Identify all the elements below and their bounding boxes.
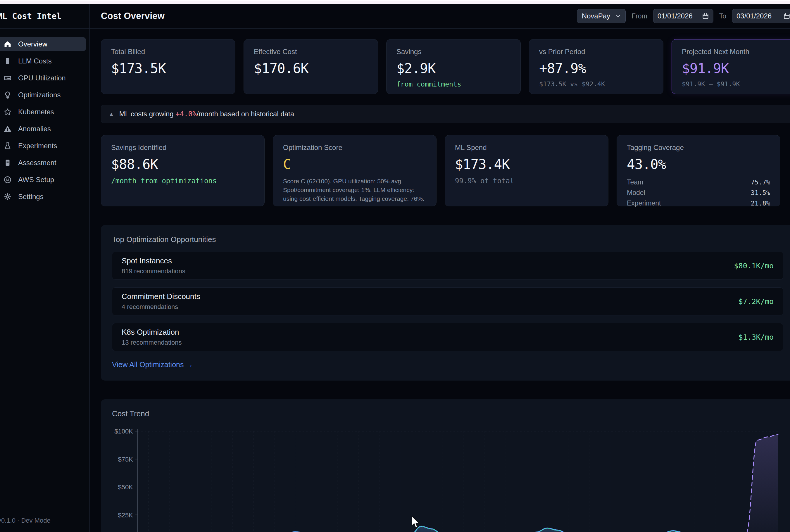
view-all-optimizations-link[interactable]: View All Optimizations →	[112, 360, 193, 369]
page-header: Cost Overview NovaPay From 01/01/2026 To…	[90, 4, 790, 28]
stats-row: Total Billed $173.5K Effective Cost $170…	[101, 39, 790, 94]
from-date-input[interactable]: 01/01/2026	[653, 9, 713, 23]
stat-subtext: $91.9K – $91.9K	[682, 80, 790, 88]
card-label: Savings Identified	[111, 144, 255, 152]
tagging-row-experiment: Experiment 21.8%	[627, 198, 770, 208]
home-icon	[3, 40, 12, 48]
stat-card-vs-prior-period: vs Prior Period +87.9% $173.5K vs $92.4K	[529, 39, 663, 94]
stat-card-effective-cost: Effective Cost $170.6K	[244, 39, 378, 94]
lightbulb-icon	[3, 91, 12, 99]
app-window: ML Cost Intel Overview LLM Costs GPU Uti…	[0, 4, 790, 532]
tagging-row-team: Team 75.7%	[627, 177, 770, 187]
sidebar-item-aws-setup[interactable]: AWS Setup	[0, 173, 86, 187]
main-area: Cost Overview NovaPay From 01/01/2026 To…	[90, 4, 790, 532]
sidebar-item-settings[interactable]: Settings	[0, 190, 86, 204]
sidebar-item-label: Overview	[18, 40, 48, 48]
stat-label: Savings	[396, 48, 510, 56]
stat-label: Total Billed	[111, 48, 225, 56]
meh-face-icon	[3, 176, 12, 184]
sidebar-item-label: Kubernetes	[18, 108, 54, 116]
card-value: 43.0%	[627, 156, 770, 172]
optimization-opportunities-section: Top Optimization Opportunities Spot Inst…	[101, 225, 790, 381]
opportunity-savings: $1.3K/mo	[738, 333, 774, 341]
sidebar-item-llm-costs[interactable]: LLM Costs	[0, 54, 86, 68]
sidebar-item-label: Anomalies	[18, 125, 51, 133]
team-select[interactable]: NovaPay	[577, 9, 626, 23]
from-label: From	[632, 12, 647, 20]
tagging-breakdown: Team 75.7% Model 31.5% Experiment 21.8%	[627, 177, 770, 208]
stat-value: $170.6K	[254, 60, 368, 76]
sidebar-item-label: GPU Utilization	[18, 74, 66, 82]
insights-row: Savings Identified $88.6K /month from op…	[101, 135, 790, 206]
sidebar: ML Cost Intel Overview LLM Costs GPU Uti…	[0, 4, 90, 532]
team-select-value: NovaPay	[582, 12, 610, 20]
stat-label: vs Prior Period	[539, 48, 653, 56]
stat-subtext: from commitments	[396, 80, 510, 88]
sidebar-item-kubernetes[interactable]: Kubernetes	[0, 105, 86, 119]
stat-card-projected-next-month: Projected Next Month $91.9K $91.9K – $91…	[672, 39, 790, 94]
chart-wrap: $0$25K$50K$75K$100KJan 2Jan 4Jan 6Jan 8J…	[112, 426, 786, 532]
sidebar-item-assessment[interactable]: Assessment	[0, 156, 86, 170]
stat-value: $91.9K	[682, 60, 790, 76]
sidebar-item-overview[interactable]: Overview	[0, 37, 86, 51]
gear-icon	[3, 193, 12, 201]
sidebar-item-label: Settings	[18, 193, 43, 201]
chart-title: Cost Trend	[112, 409, 786, 418]
card-value: $88.6K	[111, 156, 255, 172]
calendar-icon	[702, 13, 709, 20]
version-label: v0.1.0 · Dev Mode	[0, 509, 90, 532]
from-date-value: 01/01/2026	[658, 12, 693, 20]
opportunity-row-commitment-discounts[interactable]: Commitment Discounts 4 recommendations $…	[112, 287, 783, 316]
sidebar-item-label: LLM Costs	[18, 57, 52, 65]
stat-value: $173.5K	[111, 60, 225, 76]
opportunity-savings: $80.1K/mo	[734, 262, 774, 270]
star-icon	[3, 108, 12, 116]
score-grade: C	[283, 156, 426, 172]
tagging-row-model: Model 31.5%	[627, 187, 770, 198]
svg-text:$100K: $100K	[114, 428, 133, 435]
to-date-input[interactable]: 03/01/2026	[732, 9, 790, 23]
stat-value: +87.9%	[539, 60, 653, 76]
section-title: Top Optimization Opportunities	[112, 235, 786, 244]
score-description: Score C (62/100). GPU utilization: 50% a…	[283, 177, 426, 203]
sidebar-item-label: Experiments	[18, 142, 57, 150]
growth-alert-banner: ▲ ML costs growing +4.0%/month based on …	[101, 104, 790, 124]
header-controls: NovaPay From 01/01/2026 To 03/01/2026	[577, 9, 790, 23]
app-logo: ML Cost Intel	[0, 4, 90, 28]
svg-text:$75K: $75K	[118, 456, 133, 463]
chevron-down-icon	[615, 13, 621, 19]
to-date-value: 03/01/2026	[736, 12, 772, 20]
card-subtext: 99.9% of total	[455, 177, 598, 185]
warning-triangle-icon: ▲	[109, 111, 114, 117]
card-subtext: /month from optimizations	[111, 177, 255, 185]
sidebar-item-anomalies[interactable]: Anomalies	[0, 122, 86, 136]
card-label: ML Spend	[455, 144, 598, 152]
stat-subtext: $173.5K vs $92.4K	[539, 80, 653, 88]
content: Total Billed $173.5K Effective Cost $170…	[90, 28, 790, 532]
browser-strip	[0, 0, 790, 4]
sidebar-item-label: Optimizations	[18, 91, 60, 99]
sidebar-item-gpu-utilization[interactable]: GPU Utilization	[0, 71, 86, 85]
sidebar-item-experiments[interactable]: Experiments	[0, 139, 86, 153]
opportunity-row-k8s-optimization[interactable]: K8s Optimization 13 recommendations $1.3…	[112, 323, 783, 351]
gpu-card-icon	[3, 74, 12, 82]
flask-icon	[3, 142, 12, 150]
card-savings-identified: Savings Identified $88.6K /month from op…	[101, 135, 265, 206]
stat-label: Effective Cost	[254, 48, 368, 56]
card-optimization-score: Optimization Score C Score C (62/100). G…	[273, 135, 436, 206]
stat-value: $2.9K	[396, 60, 510, 76]
svg-text:$50K: $50K	[118, 483, 133, 491]
svg-text:$25K: $25K	[118, 512, 133, 519]
sidebar-nav: Overview LLM Costs GPU Utilization Optim…	[0, 28, 90, 205]
sidebar-item-optimizations[interactable]: Optimizations	[0, 88, 86, 102]
alert-triangle-icon	[3, 125, 12, 133]
card-tagging-coverage: Tagging Coverage 43.0% Team 75.7% Model …	[617, 135, 780, 206]
calendar-icon	[783, 13, 790, 20]
card-label: Optimization Score	[283, 144, 426, 152]
card-value: $173.4K	[455, 156, 598, 172]
alert-text: ML costs growing +4.0%/month based on hi…	[119, 110, 294, 118]
cost-trend-section: Cost Trend $0$25K$50K$75K$100KJan 2Jan 4…	[101, 399, 790, 532]
stat-card-total-billed: Total Billed $173.5K	[101, 39, 236, 94]
opportunity-row-spot-instances[interactable]: Spot Instances 819 recommendations $80.1…	[112, 252, 783, 280]
alert-growth-rate: +4.0%	[175, 110, 196, 118]
